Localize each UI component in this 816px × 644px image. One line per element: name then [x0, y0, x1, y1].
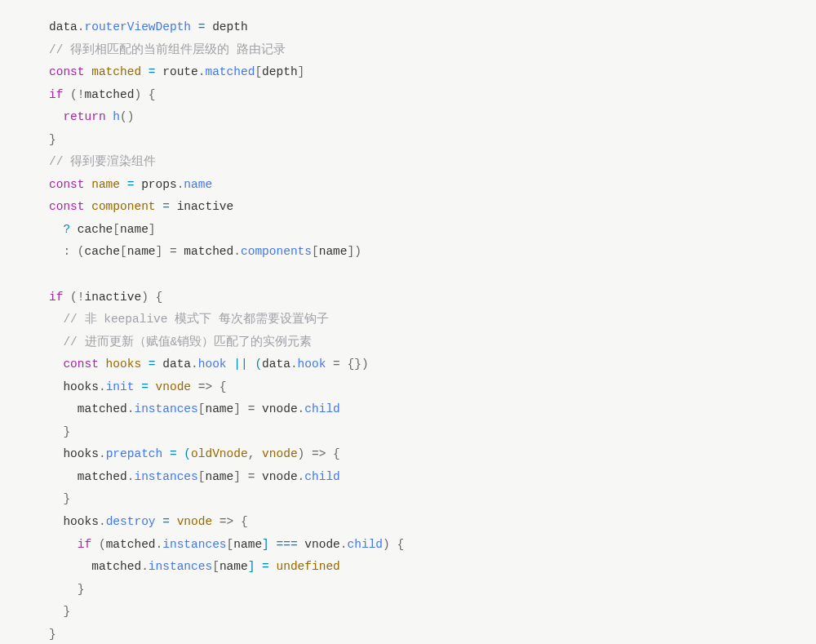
- token: : (: [63, 245, 84, 258]
- token: name: [85, 178, 127, 191]
- token: routerViewDepth: [85, 20, 192, 33]
- token: }: [63, 425, 70, 438]
- token: || (: [227, 358, 263, 371]
- comment: // 非 keepalive 模式下 每次都需要设置钩子: [63, 313, 329, 326]
- token: ] =: [156, 245, 184, 258]
- token: data: [49, 20, 78, 33]
- token: name: [120, 223, 149, 236]
- code-line: if (!matched) {: [49, 88, 156, 101]
- code-line: return h(): [49, 110, 134, 123]
- token: return: [63, 110, 105, 123]
- code-line: }: [49, 628, 56, 641]
- token: [: [255, 65, 262, 78]
- token: instances: [134, 470, 197, 483]
- token: =: [191, 20, 212, 33]
- token: =: [162, 200, 170, 213]
- token: components: [241, 245, 312, 258]
- code-block: data.routerViewDepth = depth // 得到相匹配的当前…: [0, 0, 816, 644]
- token: ) => {: [298, 447, 340, 460]
- token: hooks: [63, 447, 99, 460]
- token: hooks: [99, 358, 149, 371]
- token: =: [134, 380, 155, 393]
- code-line: : (cache[name] = matched.components[name…: [49, 245, 361, 258]
- code-line: }: [49, 583, 85, 596]
- code-line: // 非 keepalive 模式下 每次都需要设置钩子: [49, 313, 329, 326]
- token: destroy: [106, 515, 156, 528]
- token: prepatch: [106, 447, 163, 460]
- token: oldVnode: [191, 447, 248, 460]
- token: [: [120, 245, 127, 258]
- token: vnode: [156, 380, 192, 393]
- token: cache: [85, 245, 121, 258]
- token: vnode: [262, 470, 298, 483]
- comment: // 得到要渲染组件: [49, 155, 156, 168]
- token: hook: [198, 358, 227, 371]
- token: ,: [248, 447, 262, 460]
- token: .: [99, 515, 106, 528]
- token: vnode: [262, 402, 298, 415]
- token: route: [156, 65, 198, 78]
- token: .: [99, 447, 106, 460]
- token: }: [78, 583, 85, 596]
- token: ) {: [141, 291, 162, 304]
- token: (!: [63, 88, 84, 101]
- token: .: [233, 245, 241, 258]
- code-line: data.routerViewDepth = depth: [49, 20, 248, 33]
- token: .: [298, 402, 305, 415]
- code-line: hooks.init = vnode => {: [49, 380, 227, 393]
- token: name: [319, 245, 348, 258]
- token: ] =: [233, 402, 262, 415]
- token: .: [298, 470, 305, 483]
- token: .: [340, 538, 348, 551]
- token: }: [49, 628, 56, 641]
- token: hooks: [63, 515, 99, 528]
- token: instances: [134, 402, 197, 415]
- token: (): [120, 110, 134, 123]
- token: data: [262, 358, 290, 371]
- token: name: [127, 245, 156, 258]
- token: .: [290, 358, 298, 371]
- token: }: [63, 492, 70, 505]
- token: props: [134, 178, 176, 191]
- token: hook: [298, 358, 326, 371]
- token: ]: [149, 223, 156, 236]
- token: .: [156, 538, 163, 551]
- token: if: [78, 538, 91, 551]
- code-line: const name = props.name: [49, 178, 212, 191]
- code-line: // 得到要渲染组件: [49, 155, 156, 168]
- token: }: [63, 605, 70, 618]
- token: matched: [106, 538, 156, 551]
- token: matched: [184, 245, 233, 258]
- token: h: [113, 110, 120, 123]
- code-line: const component = inactive: [49, 200, 233, 213]
- code-line: const hooks = data.hook || (data.hook = …: [49, 358, 369, 371]
- token: .: [141, 560, 149, 573]
- token: inactive: [85, 291, 142, 304]
- token: => {: [191, 380, 227, 393]
- token: = {}): [326, 358, 368, 371]
- token: child: [348, 538, 384, 551]
- token: instances: [149, 560, 212, 573]
- token: matched: [205, 65, 255, 78]
- token: =: [149, 358, 156, 371]
- token: child: [304, 470, 340, 483]
- token: depth: [262, 65, 298, 78]
- token: .: [99, 380, 106, 393]
- token: [: [227, 538, 234, 551]
- token: (: [91, 538, 105, 551]
- code-line: if (!inactive) {: [49, 291, 162, 304]
- token: matched: [78, 402, 127, 415]
- token: [: [312, 245, 319, 258]
- token: .: [78, 20, 85, 33]
- token: = (: [162, 447, 191, 460]
- code-line: matched.instances[name] = undefined: [49, 560, 340, 573]
- token: data: [156, 358, 192, 371]
- token: name: [220, 560, 248, 573]
- code-line: matched.instances[name] = vnode.child: [49, 470, 340, 483]
- code-line: }: [49, 605, 70, 618]
- token: vnode: [304, 538, 340, 551]
- token: matched: [91, 560, 141, 573]
- token: if: [49, 88, 63, 101]
- token: (!: [63, 291, 84, 304]
- token: =: [156, 515, 177, 528]
